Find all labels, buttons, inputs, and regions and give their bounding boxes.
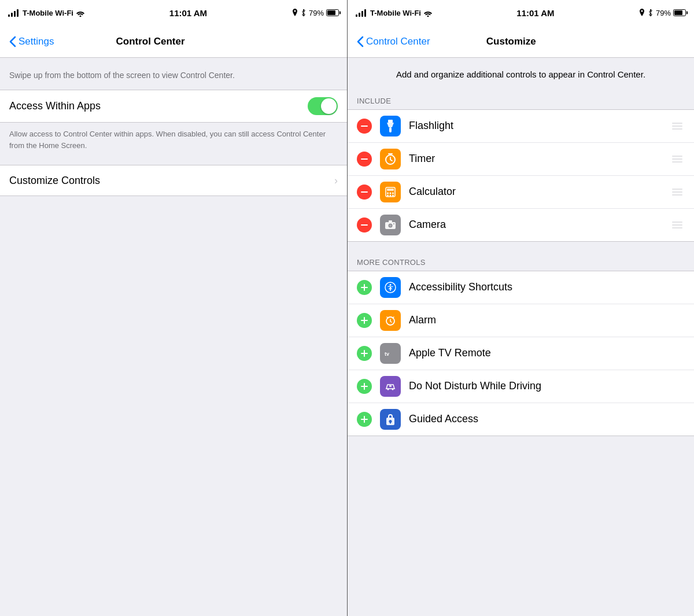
- time-right: 11:01 AM: [516, 8, 554, 18]
- flashlight-row[interactable]: Flashlight: [348, 110, 694, 143]
- toggle-knob: [321, 98, 337, 114]
- status-bar-right: T-Mobile Wi-Fi 11:01 AM 79%: [348, 0, 694, 25]
- svg-point-9: [390, 194, 392, 196]
- access-within-apps-label: Access Within Apps: [9, 100, 308, 112]
- left-description-text: Swipe up from the bottom of the screen t…: [9, 69, 338, 82]
- guided-access-label: Guided Access: [409, 413, 685, 425]
- remove-camera-btn[interactable]: [357, 217, 372, 233]
- add-accessibility-btn[interactable]: [357, 280, 372, 295]
- appletv-icon: tv: [380, 343, 401, 364]
- wifi-icon-left: [76, 9, 85, 17]
- camera-drag-handle[interactable]: [670, 219, 685, 231]
- battery-pct-left: 79%: [309, 9, 324, 17]
- customize-description-block: Add and organize additional controls to …: [348, 58, 694, 91]
- calculator-row[interactable]: Calculator: [348, 176, 694, 209]
- timer-drag-handle[interactable]: [670, 153, 685, 165]
- more-controls-list: Accessibility Shortcuts Alarm: [348, 271, 694, 436]
- access-within-apps-row[interactable]: Access Within Apps: [0, 90, 347, 122]
- svg-point-8: [387, 194, 389, 196]
- right-phone-screen: T-Mobile Wi-Fi 11:01 AM 79%: [347, 0, 694, 616]
- carrier-right: T-Mobile Wi-Fi: [370, 9, 421, 17]
- guided-access-icon: [380, 409, 401, 430]
- remove-calculator-btn[interactable]: [357, 185, 372, 200]
- dnd-driving-icon: [380, 376, 401, 397]
- left-phone-screen: T-Mobile Wi-Fi 11:01 AM 79%: [0, 0, 347, 616]
- section-gap: [348, 242, 694, 252]
- left-content: Swipe up from the bottom of the screen t…: [0, 58, 347, 616]
- chevron-right-icon: ›: [334, 175, 338, 187]
- right-content: Add and organize additional controls to …: [348, 58, 694, 616]
- include-label: INCLUDE: [357, 97, 391, 105]
- status-left-left: T-Mobile Wi-Fi: [8, 9, 85, 17]
- svg-point-6: [390, 192, 392, 194]
- customize-controls-label: Customize Controls: [9, 175, 334, 187]
- more-controls-section-header: MORE CONTROLS: [348, 252, 694, 271]
- status-bar-left: T-Mobile Wi-Fi 11:01 AM 79%: [0, 0, 347, 25]
- nav-bar-left: Settings Control Center: [0, 25, 347, 58]
- battery-icon-right: [673, 9, 686, 16]
- add-dnd-driving-btn[interactable]: [357, 379, 372, 394]
- remove-timer-btn[interactable]: [357, 152, 372, 167]
- svg-point-13: [389, 224, 392, 227]
- svg-rect-25: [390, 422, 391, 424]
- battery-icon-left: [326, 9, 339, 16]
- nav-title-left: Control Center: [9, 36, 291, 47]
- include-section-header: INCLUDE: [348, 91, 694, 109]
- guided-access-row[interactable]: Guided Access: [348, 403, 694, 436]
- access-description-text: Allow access to Control Center within ap…: [9, 128, 338, 151]
- svg-rect-14: [389, 220, 392, 222]
- battery-pct-right: 79%: [656, 9, 671, 17]
- signal-bars-left: [8, 9, 19, 17]
- wifi-icon-right: [423, 9, 433, 17]
- customize-description-text: Add and organize additional controls to …: [361, 68, 680, 82]
- add-guided-access-btn[interactable]: [357, 412, 372, 427]
- access-description-block: Allow access to Control Center within ap…: [0, 123, 347, 160]
- flashlight-drag-handle[interactable]: [670, 120, 685, 132]
- appletv-row[interactable]: tv Apple TV Remote: [348, 337, 694, 370]
- appletv-label: Apple TV Remote: [409, 347, 685, 359]
- calculator-icon: [380, 182, 401, 202]
- dnd-driving-row[interactable]: Do Not Disturb While Driving: [348, 370, 694, 403]
- svg-point-5: [387, 192, 389, 194]
- status-right-right: 79%: [638, 9, 686, 17]
- accessibility-icon: [380, 277, 401, 298]
- camera-label: Camera: [409, 219, 670, 231]
- svg-point-20: [387, 388, 389, 390]
- nav-title-right: Customize: [384, 36, 638, 47]
- svg-point-15: [393, 223, 394, 224]
- svg-point-21: [392, 388, 394, 390]
- svg-point-10: [392, 194, 394, 196]
- add-appletv-btn[interactable]: [357, 346, 372, 361]
- svg-text:tv: tv: [385, 351, 389, 357]
- bluetooth-icon-right: [648, 9, 654, 17]
- location-icon-left: [291, 9, 298, 17]
- svg-rect-1: [389, 127, 392, 132]
- customize-controls-row[interactable]: Customize Controls ›: [0, 165, 347, 196]
- accessibility-shortcuts-row[interactable]: Accessibility Shortcuts: [348, 271, 694, 304]
- flashlight-label: Flashlight: [409, 120, 670, 132]
- svg-rect-4: [387, 189, 394, 191]
- status-right-left: 79%: [291, 9, 339, 17]
- flashlight-icon: [380, 116, 401, 137]
- svg-rect-0: [388, 120, 393, 123]
- access-within-apps-group: Access Within Apps: [0, 90, 347, 123]
- timer-row[interactable]: Timer: [348, 143, 694, 176]
- alarm-label: Alarm: [409, 314, 685, 326]
- calculator-label: Calculator: [409, 186, 670, 198]
- svg-rect-22: [389, 385, 392, 387]
- camera-icon: [380, 215, 401, 235]
- access-within-apps-toggle[interactable]: [308, 97, 338, 115]
- alarm-row[interactable]: Alarm: [348, 304, 694, 337]
- calculator-drag-handle[interactable]: [670, 186, 685, 198]
- timer-label: Timer: [409, 153, 670, 165]
- add-alarm-btn[interactable]: [357, 313, 372, 328]
- dnd-driving-label: Do Not Disturb While Driving: [409, 380, 685, 392]
- time-left: 11:01 AM: [169, 8, 207, 18]
- accessibility-shortcuts-label: Accessibility Shortcuts: [409, 281, 685, 293]
- remove-flashlight-btn[interactable]: [357, 119, 372, 134]
- camera-row[interactable]: Camera: [348, 209, 694, 241]
- signal-bars-right: [356, 9, 366, 17]
- bluetooth-icon-left: [301, 9, 307, 17]
- alarm-icon: [380, 310, 401, 331]
- timer-icon: [380, 149, 401, 169]
